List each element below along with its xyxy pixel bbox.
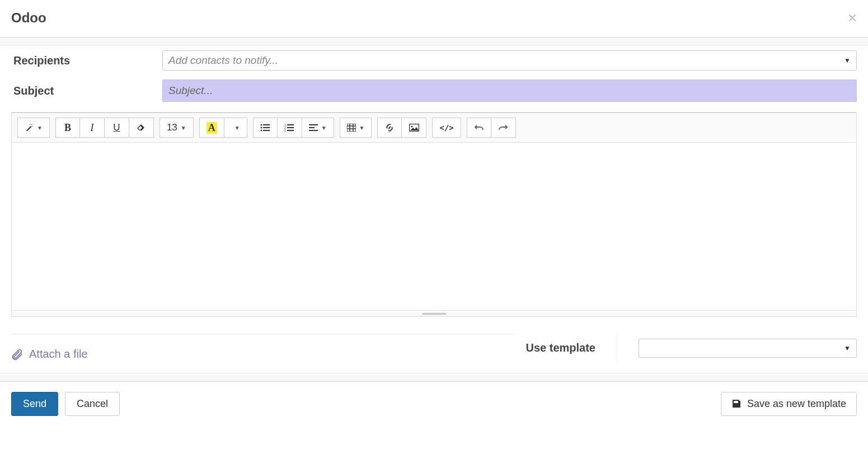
list-ul-icon bbox=[260, 124, 270, 132]
save-as-template-label: Save as new template bbox=[747, 398, 846, 410]
divider-band bbox=[0, 373, 868, 381]
underline-icon: U bbox=[113, 122, 120, 133]
image-button[interactable] bbox=[402, 118, 426, 138]
bg-color-button[interactable]: ▼ bbox=[224, 118, 247, 138]
svg-point-4 bbox=[260, 130, 262, 132]
chevron-down-icon: ▼ bbox=[844, 344, 851, 352]
recipients-placeholder: Add contacts to notify... bbox=[168, 54, 278, 67]
code-view-button[interactable]: </> bbox=[432, 118, 461, 138]
svg-rect-13 bbox=[309, 127, 315, 128]
svg-rect-11 bbox=[287, 130, 294, 131]
save-as-template-button[interactable]: Save as new template bbox=[721, 392, 857, 416]
recipients-label: Recipients bbox=[11, 54, 162, 67]
chevron-down-icon: ▼ bbox=[321, 125, 327, 131]
divider bbox=[617, 335, 617, 362]
unordered-list-button[interactable] bbox=[253, 118, 278, 138]
svg-rect-5 bbox=[263, 130, 270, 131]
link-button[interactable] bbox=[377, 118, 402, 138]
underline-button[interactable]: U bbox=[105, 118, 129, 138]
style-button[interactable]: ▼ bbox=[17, 118, 50, 138]
save-icon bbox=[731, 399, 742, 409]
attach-file-label: Attach a file bbox=[29, 348, 88, 361]
editor-body[interactable] bbox=[12, 143, 856, 311]
bold-button[interactable]: B bbox=[55, 118, 80, 138]
dialog-header: Odoo × bbox=[0, 0, 868, 38]
recipients-input[interactable]: Add contacts to notify... ▼ bbox=[162, 50, 857, 71]
editor-toolbar: ▼ B I U 13 ▼ A ▼ bbox=[12, 113, 856, 143]
font-color-button[interactable]: A bbox=[199, 118, 224, 138]
undo-icon bbox=[475, 123, 484, 132]
svg-point-2 bbox=[260, 127, 262, 129]
magic-wand-icon bbox=[25, 123, 34, 132]
send-button[interactable]: Send bbox=[11, 392, 58, 416]
font-size-label: 13 bbox=[167, 122, 177, 133]
svg-rect-12 bbox=[309, 124, 318, 125]
svg-text:3: 3 bbox=[284, 129, 286, 132]
svg-rect-7 bbox=[287, 124, 294, 125]
font-size-button[interactable]: 13 ▼ bbox=[159, 118, 194, 138]
remove-format-button[interactable] bbox=[129, 118, 154, 138]
redo-button[interactable] bbox=[491, 118, 516, 138]
subject-row: Subject Subject... bbox=[11, 75, 857, 106]
dialog-footer: Send Cancel Save as new template bbox=[0, 381, 868, 426]
divider-band bbox=[0, 38, 868, 46]
recipients-row: Recipients Add contacts to notify... ▼ bbox=[11, 46, 857, 75]
align-left-icon bbox=[309, 124, 318, 132]
paperclip-icon bbox=[11, 348, 24, 361]
font-color-icon: A bbox=[207, 122, 217, 134]
use-template-label: Use template bbox=[526, 342, 596, 354]
svg-rect-9 bbox=[287, 127, 294, 128]
image-icon bbox=[409, 124, 419, 132]
resize-handle[interactable] bbox=[12, 311, 856, 316]
link-icon bbox=[385, 123, 394, 132]
chevron-down-icon: ▼ bbox=[37, 125, 43, 131]
code-icon: </> bbox=[439, 123, 453, 132]
svg-rect-1 bbox=[263, 124, 270, 125]
dialog-title: Odoo bbox=[11, 10, 46, 26]
compose-form: Recipients Add contacts to notify... ▼ S… bbox=[0, 46, 868, 106]
svg-point-21 bbox=[411, 126, 412, 128]
eraser-icon bbox=[136, 124, 146, 132]
template-select[interactable]: ▼ bbox=[639, 339, 857, 358]
svg-rect-22 bbox=[736, 401, 738, 403]
chevron-down-icon: ▼ bbox=[359, 125, 365, 131]
cancel-button[interactable]: Cancel bbox=[65, 392, 120, 416]
italic-icon: I bbox=[90, 122, 93, 134]
redo-icon bbox=[499, 123, 508, 132]
svg-rect-3 bbox=[263, 127, 270, 128]
chevron-down-icon: ▼ bbox=[181, 125, 186, 131]
table-icon bbox=[347, 124, 356, 132]
table-button[interactable]: ▼ bbox=[340, 118, 372, 138]
subject-label: Subject bbox=[11, 85, 162, 97]
svg-rect-15 bbox=[347, 124, 356, 132]
bold-icon: B bbox=[64, 122, 71, 134]
below-editor-row: Attach a file Use template ▼ bbox=[0, 317, 868, 373]
grip-icon bbox=[422, 313, 447, 315]
svg-rect-14 bbox=[309, 130, 318, 131]
subject-placeholder: Subject... bbox=[168, 85, 213, 97]
chevron-down-icon: ▼ bbox=[234, 125, 240, 131]
italic-button[interactable]: I bbox=[80, 118, 105, 138]
paragraph-align-button[interactable]: ▼ bbox=[302, 118, 334, 138]
svg-point-0 bbox=[260, 124, 262, 126]
close-icon[interactable]: × bbox=[848, 10, 857, 26]
attach-file-link[interactable]: Attach a file bbox=[11, 348, 88, 361]
ordered-list-button[interactable]: 123 bbox=[278, 118, 302, 138]
undo-button[interactable] bbox=[467, 118, 491, 138]
list-ol-icon: 123 bbox=[284, 124, 294, 132]
subject-input[interactable]: Subject... bbox=[162, 79, 857, 102]
rich-text-editor: ▼ B I U 13 ▼ A ▼ bbox=[11, 112, 857, 317]
chevron-down-icon: ▼ bbox=[844, 57, 851, 64]
